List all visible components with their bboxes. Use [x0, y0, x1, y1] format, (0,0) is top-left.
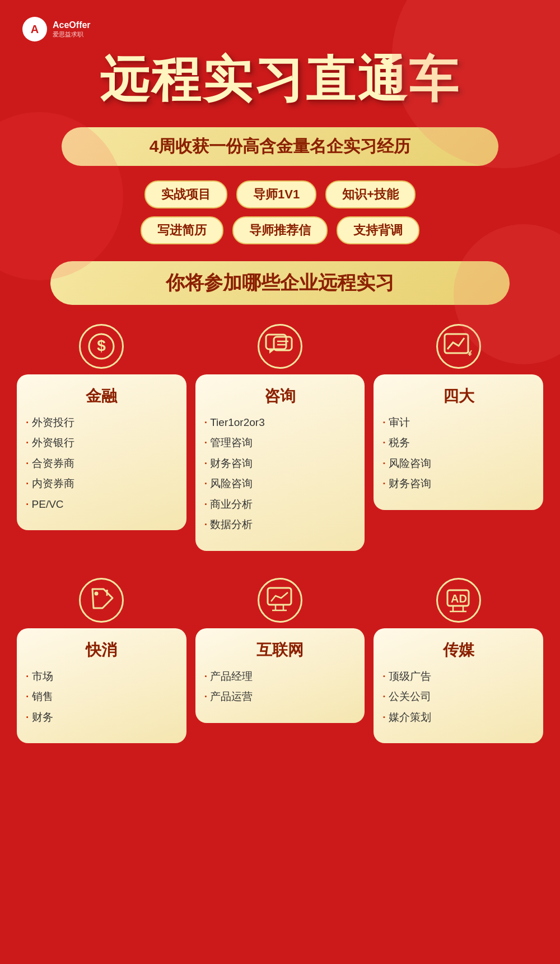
card-internet-item: 产品运营 [204, 689, 356, 705]
cards-grid-bottom: 快消 市场 销售 财务 互联网 产品经理 产品运营 [0, 564, 560, 757]
card-media-body: 传媒 顶级广告 公关公司 媒介策划 [374, 628, 543, 744]
card-bigfour-item: 风险咨询 [382, 456, 534, 472]
main-title: 远程实习直通车 [22, 53, 538, 107]
ad-icon: AD [436, 578, 481, 623]
monitor-icon [258, 578, 302, 623]
card-bigfour-body: 四大 审计 税务 风险咨询 财务咨询 [374, 374, 543, 510]
section-title-banner: 你将参加哪些企业远程实习 [50, 261, 510, 305]
svg-text:AD: AD [451, 592, 467, 605]
card-finance-item: 外资银行 [26, 435, 178, 451]
tag-icon [79, 578, 124, 623]
card-finance-item: 内资券商 [26, 476, 178, 492]
svg-point-11 [106, 590, 108, 592]
card-consulting-item: 风险咨询 [204, 476, 356, 492]
svg-text:$: $ [97, 337, 106, 354]
tags-section: 实战项目 导师1V1 知识+技能 写进简历 导师推荐信 支持背调 [0, 175, 560, 250]
tag-item: 支持背调 [337, 216, 419, 244]
card-consulting-item: 数据分析 [204, 517, 356, 533]
card-consulting-item: 财务咨询 [204, 456, 356, 472]
card-finance-item: PE/VC [26, 497, 178, 513]
tag-item: 知识+技能 [325, 180, 416, 208]
card-consulting: 咨询 Tier1or2or3 管理咨询 财务咨询 风险咨询 商业分析 数据分析 [195, 324, 365, 551]
tag-item: 导师推荐信 [232, 216, 328, 244]
card-bigfour-title: 四大 [382, 386, 534, 407]
card-finance-body: 金融 外资投行 外资银行 合资券商 内资券商 PE/VC [17, 374, 186, 531]
card-media-item: 媒介策划 [382, 710, 534, 726]
card-bigfour: ¥ 四大 审计 税务 风险咨询 财务咨询 [374, 324, 543, 551]
card-consulting-item: 管理咨询 [204, 435, 356, 451]
card-finance: $ 金融 外资投行 外资银行 合资券商 内资券商 PE/VC [17, 324, 186, 551]
subtitle-text: 4周收获一份高含金量名企实习经历 [84, 135, 476, 158]
card-consulting-body: 咨询 Tier1or2or3 管理咨询 财务咨询 风险咨询 商业分析 数据分析 [195, 374, 365, 551]
card-media-item: 顶级广告 [382, 669, 534, 685]
card-fmcg-body: 快消 市场 销售 财务 [17, 628, 186, 744]
card-finance-item: 合资券商 [26, 456, 178, 472]
main-title-section: 远程实习直通车 [0, 47, 560, 118]
card-bigfour-item: 审计 [382, 415, 534, 431]
logo-name: AceOffer [53, 20, 91, 30]
card-consulting-item: Tier1or2or3 [204, 415, 356, 431]
svg-text:¥: ¥ [468, 349, 472, 358]
card-bigfour-item: 财务咨询 [382, 476, 534, 492]
card-internet-title: 互联网 [204, 639, 356, 661]
card-media: AD 传媒 顶级广告 公关公司 媒介策划 [374, 578, 543, 744]
logo-icon: A [22, 17, 47, 41]
card-fmcg-title: 快消 [26, 639, 178, 661]
card-bigfour-item: 税务 [382, 435, 534, 451]
svg-rect-12 [268, 588, 291, 605]
svg-rect-4 [274, 337, 292, 350]
card-consulting-title: 咨询 [204, 386, 356, 407]
chat-icon [258, 324, 302, 369]
tags-row-1: 实战项目 导师1V1 知识+技能 [144, 180, 416, 208]
tag-item: 写进简历 [141, 216, 223, 244]
card-finance-title: 金融 [26, 386, 178, 407]
logo-letter: A [31, 23, 39, 36]
section-title: 你将参加哪些企业远程实习 [78, 270, 482, 296]
logo-subtitle: 爱思益求职 [53, 30, 91, 39]
subtitle-banner: 4周收获一份高含金量名企实习经历 [62, 127, 498, 166]
section-title-wrap: 你将参加哪些企业远程实习 [0, 250, 560, 310]
card-consulting-item: 商业分析 [204, 497, 356, 513]
card-fmcg-item: 财务 [26, 710, 178, 726]
logo-text: AceOffer 爱思益求职 [53, 20, 91, 39]
tags-row-2: 写进简历 导师推荐信 支持背调 [141, 216, 419, 244]
tag-item: 实战项目 [144, 180, 227, 208]
card-internet-body: 互联网 产品经理 产品运营 [195, 628, 365, 723]
cards-grid-top: $ 金融 外资投行 外资银行 合资券商 内资券商 PE/VC [0, 310, 560, 564]
card-fmcg: 快消 市场 销售 财务 [17, 578, 186, 744]
card-fmcg-item: 市场 [26, 669, 178, 685]
header: A AceOffer 爱思益求职 [0, 0, 560, 47]
card-finance-item: 外资投行 [26, 415, 178, 431]
card-fmcg-item: 销售 [26, 689, 178, 705]
card-internet: 互联网 产品经理 产品运营 [195, 578, 365, 744]
card-internet-item: 产品经理 [204, 669, 356, 685]
dollar-icon: $ [79, 324, 124, 369]
card-media-title: 传媒 [382, 639, 534, 661]
tag-item: 导师1V1 [236, 180, 316, 208]
card-media-item: 公关公司 [382, 689, 534, 705]
chart-finance-icon: ¥ [436, 324, 481, 369]
svg-point-9 [95, 591, 99, 595]
